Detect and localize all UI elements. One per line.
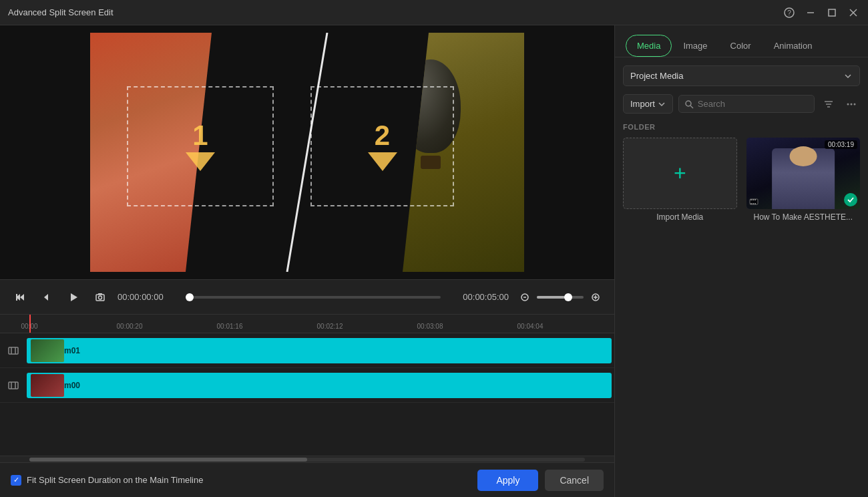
video-media-thumb: 00:03:19 (746, 138, 861, 209)
svg-point-31 (847, 103, 849, 105)
import-media-thumb: + (623, 138, 737, 209)
window-controls: ? (783, 6, 860, 19)
svg-line-6 (287, 33, 327, 272)
svg-text:?: ? (787, 9, 791, 17)
zoom-controls (517, 289, 604, 305)
svg-rect-35 (750, 199, 752, 200)
import-label: Import (630, 99, 655, 109)
project-media-dropdown[interactable]: Project Media (623, 65, 860, 86)
tab-animation[interactable]: Animation (763, 35, 824, 57)
panel-content: Project Media Import (615, 57, 868, 497)
fit-duration-checkbox-label[interactable]: ✓ Fit Split Screen Duration on the Main … (11, 475, 203, 486)
tab-image[interactable]: Image (672, 35, 718, 57)
panel-tabs: Media Image Color Animation (615, 25, 868, 57)
track-clip-1[interactable]: m01 (27, 338, 612, 363)
media-grid: + Import Media (623, 138, 860, 222)
current-time: 00:00:00:00 (118, 292, 178, 302)
svg-rect-38 (750, 203, 752, 204)
tab-color[interactable]: Color (719, 35, 763, 57)
import-button[interactable]: Import (623, 94, 673, 114)
video-half-right (307, 33, 524, 272)
play-button[interactable] (64, 288, 83, 307)
help-button[interactable]: ? (783, 6, 796, 19)
track-clip-2[interactable]: m00 (27, 373, 612, 398)
apply-button[interactable]: Apply (477, 470, 538, 491)
svg-rect-39 (752, 203, 754, 204)
timeline-track-2: m00 (0, 368, 614, 403)
svg-point-13 (99, 296, 102, 299)
media-icon-badge (749, 197, 758, 206)
fit-duration-label: Fit Split Screen Duration on the Main Ti… (27, 475, 203, 485)
clip-label-1: m01 (64, 346, 80, 355)
track-content-1: m01 (27, 338, 614, 363)
track-icon-1 (0, 345, 27, 357)
svg-marker-9 (20, 294, 24, 301)
dropdown-row: Project Media (623, 65, 860, 86)
zoom-slider[interactable] (537, 296, 584, 299)
minimize-button[interactable] (804, 6, 817, 19)
search-input[interactable] (698, 99, 809, 109)
zoom-out-button[interactable] (517, 289, 533, 305)
timeline-tracks: m01 (0, 333, 614, 456)
bottom-buttons: Apply Cancel (477, 470, 604, 491)
frame-back-button[interactable] (37, 288, 56, 307)
svg-rect-14 (98, 293, 102, 295)
timeline-track-1: m01 (0, 333, 614, 368)
zoom-fill (537, 296, 565, 299)
skip-back-button[interactable] (11, 288, 29, 307)
check-icon (847, 196, 855, 204)
bottom-bar: ✓ Fit Split Screen Duration on the Main … (0, 462, 614, 497)
chevron-down-icon (843, 71, 853, 81)
zoom-thumb[interactable] (564, 293, 572, 301)
import-media-item[interactable]: + Import Media (623, 138, 737, 222)
ruler-tick-4: 00:03:08 (417, 323, 443, 330)
svg-marker-10 (44, 294, 48, 301)
main-layout: 1 2 (0, 25, 868, 497)
timeline-scrollbar (0, 456, 614, 462)
timeline-ruler: 00:00 00:00:20 00:01:16 00:02:12 00:03:0… (0, 315, 614, 333)
clip-thumbnail-1 (31, 339, 64, 362)
maximize-button[interactable] (825, 6, 839, 19)
svg-rect-3 (829, 9, 835, 16)
progress-thumb[interactable] (186, 293, 194, 301)
folder-label: FOLDER (623, 123, 860, 131)
close-button[interactable] (847, 6, 860, 19)
preview-area: 1 2 (0, 25, 614, 279)
ruler-tick-1: 00:00:20 (117, 323, 143, 330)
slot-number-2: 2 (375, 122, 390, 150)
title-bar: Advanced Split Screen Edit ? (0, 0, 868, 25)
checkbox-check-icon: ✓ (13, 476, 19, 484)
import-media-label: Import Media (623, 212, 737, 222)
cancel-button[interactable]: Cancel (545, 470, 604, 491)
ruler-tick-2: 00:01:16 (217, 323, 243, 330)
sort-icon (823, 99, 834, 110)
more-options-button[interactable] (843, 96, 860, 113)
sort-button[interactable] (820, 96, 837, 113)
track-content-2: m00 (27, 373, 614, 398)
search-box[interactable] (678, 95, 815, 113)
svg-line-27 (690, 106, 693, 108)
fit-duration-checkbox[interactable]: ✓ (11, 475, 21, 486)
clip-label-2: m00 (64, 381, 80, 390)
svg-marker-11 (71, 293, 77, 301)
video-media-label: How To Make AESTHETE... (746, 212, 861, 222)
content-area: 1 2 (0, 25, 614, 497)
timeline-area: 00:00 00:00:20 00:01:16 00:02:12 00:03:0… (0, 314, 614, 462)
balloon-visual (391, 59, 471, 193)
drop-number-2: 2 (368, 122, 397, 171)
tab-media[interactable]: Media (626, 35, 672, 57)
scrollbar-track[interactable] (29, 458, 585, 462)
snapshot-button[interactable] (91, 288, 110, 307)
svg-rect-36 (752, 199, 754, 200)
ellipsis-icon (846, 99, 857, 110)
svg-point-26 (686, 101, 691, 106)
toolbar-row: Import (623, 94, 860, 114)
zoom-in-button[interactable] (588, 289, 604, 305)
ruler-tick-5: 00:04:04 (517, 323, 544, 330)
svg-rect-37 (754, 199, 756, 200)
progress-track[interactable] (186, 296, 441, 299)
scrollbar-thumb[interactable] (29, 458, 307, 462)
video-media-item[interactable]: 00:03:19 (746, 138, 861, 222)
clip-thumbnail-2 (31, 374, 64, 397)
right-panel: Media Image Color Animation Project Medi… (614, 25, 868, 497)
